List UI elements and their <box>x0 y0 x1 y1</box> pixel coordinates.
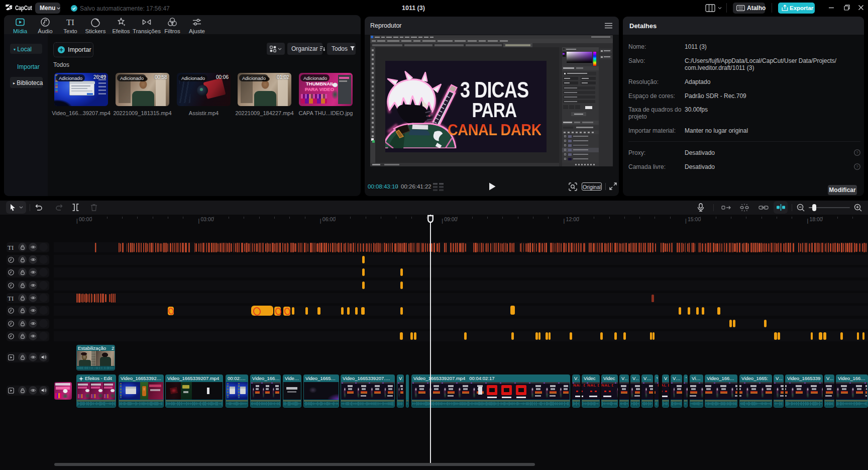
svg-text:?: ? <box>856 164 858 169</box>
svg-text:TI: TI <box>66 18 74 27</box>
svg-text:?: ? <box>856 150 858 155</box>
